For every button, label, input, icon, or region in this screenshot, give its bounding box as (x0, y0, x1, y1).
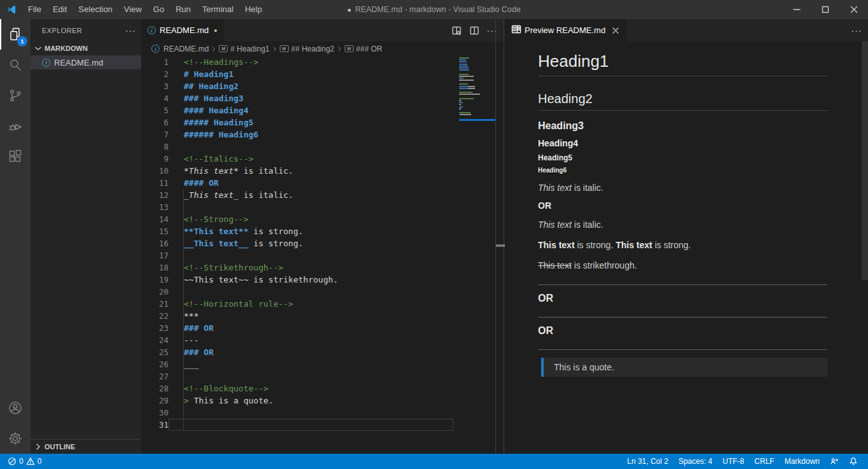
line-content: ~~This text~~ is strikethrough. (169, 274, 453, 286)
code-line-2[interactable]: 2# Heading1 (141, 68, 457, 80)
code-line-30[interactable]: 30 (141, 407, 457, 419)
problems-status[interactable]: 0 0 (5, 454, 44, 469)
breadcrumb-item[interactable]: M# Heading1 (219, 45, 269, 53)
line-content: **This text** is strong. (169, 225, 453, 237)
language-mode-status[interactable]: Markdown (780, 454, 825, 469)
search-icon[interactable] (0, 50, 31, 80)
preview-heading-or: OR (538, 325, 827, 337)
line-content: > This is a quote. (169, 395, 453, 407)
code-editor[interactable]: 1<!--Headings-->2# Heading13## Heading24… (141, 56, 457, 451)
run-debug-icon[interactable] (0, 111, 31, 141)
folder-section-markdown[interactable]: MARKDOWN (31, 41, 141, 55)
indentation-status[interactable]: Spaces: 4 (673, 454, 717, 469)
menu-file[interactable]: File (22, 4, 47, 14)
source-control-icon[interactable] (0, 80, 31, 111)
line-content (169, 286, 453, 298)
minimap-current-line (459, 119, 495, 121)
preview-heading-or: OR (538, 200, 827, 211)
code-line-13[interactable]: 13 (141, 201, 457, 213)
code-line-25[interactable]: 25### OR (141, 346, 457, 358)
line-number: 17 (141, 249, 169, 262)
code-line-18[interactable]: 18<!--Strikethrough--> (141, 262, 457, 274)
code-line-15[interactable]: 15**This text** is strong. (141, 225, 457, 237)
code-line-14[interactable]: 14<!--Strong--> (141, 213, 457, 225)
vscode-window: FileEditSelectionViewGoRunTerminalHelp ●… (0, 0, 868, 469)
code-line-17[interactable]: 17 (141, 249, 457, 262)
code-line-1[interactable]: 1<!--Headings--> (141, 56, 457, 68)
breadcrumb-item[interactable]: iREADME.md (151, 45, 209, 53)
window-title: ●README.md - markdown - Visual Studio Co… (347, 5, 520, 14)
code-line-12[interactable]: 12_This text_ is italic. (141, 189, 457, 201)
menu-view[interactable]: View (118, 4, 148, 14)
code-line-6[interactable]: 6##### Heading5 (141, 116, 457, 129)
menu-go[interactable]: Go (148, 4, 170, 14)
code-line-23[interactable]: 23### OR (141, 322, 457, 334)
preview-heading-heading3: Heading3 (538, 120, 827, 132)
code-line-7[interactable]: 7###### Heading6 (141, 129, 457, 141)
preview-horizontal-rule (538, 349, 827, 350)
menu-edit[interactable]: Edit (47, 4, 72, 14)
notifications-bell-icon[interactable] (844, 454, 863, 469)
code-line-11[interactable]: 11#### OR (141, 177, 457, 189)
code-line-21[interactable]: 21<!--Horizontal rule--> (141, 298, 457, 310)
code-line-29[interactable]: 29> This is a quote. (141, 395, 457, 407)
markdown-file-icon: i (151, 45, 160, 53)
tab-readme[interactable]: i README.md ● (141, 19, 224, 41)
line-number: 31 (141, 419, 169, 431)
settings-gear-icon[interactable] (0, 423, 31, 454)
breadcrumb-item[interactable]: M## Heading2 (280, 45, 334, 53)
file-item-readme[interactable]: iREADME.md (31, 55, 141, 69)
line-number: 21 (141, 298, 169, 310)
line-number: 7 (141, 129, 169, 141)
menu-run[interactable]: Run (170, 4, 196, 14)
account-icon[interactable] (0, 393, 31, 423)
code-line-16[interactable]: 16__This text__ is strong. (141, 237, 457, 249)
line-content (169, 141, 453, 153)
code-line-20[interactable]: 20 (141, 286, 457, 298)
restore-button[interactable] (811, 0, 839, 19)
code-line-4[interactable]: 4### Heading3 (141, 92, 457, 104)
tab-preview-readme[interactable]: Preview README.md (505, 19, 628, 41)
line-content: *This text* is italic. (169, 165, 453, 177)
code-line-27[interactable]: 27 (141, 370, 457, 382)
code-line-24[interactable]: 24--- (141, 334, 457, 346)
cursor-position-status[interactable]: Ln 31, Col 2 (622, 454, 673, 469)
breadcrumb-item[interactable]: M### OR (345, 45, 382, 53)
code-line-19[interactable]: 19~~This text~~ is strikethrough. (141, 274, 457, 286)
code-line-10[interactable]: 10*This text* is italic. (141, 165, 457, 177)
preview-scrollbar[interactable] (862, 41, 868, 280)
outline-section[interactable]: OUTLINE (31, 439, 141, 453)
explorer-icon[interactable]: 1 (0, 19, 31, 50)
close-button[interactable] (839, 0, 868, 19)
preview-more-actions-icon[interactable]: ··· (849, 23, 864, 38)
menu-terminal[interactable]: Terminal (196, 4, 239, 14)
split-editor-icon[interactable] (467, 23, 482, 38)
close-tab-icon[interactable] (610, 25, 621, 36)
unsaved-changes-icon[interactable]: ● (214, 27, 217, 34)
code-line-9[interactable]: 9<!--Italics--> (141, 153, 457, 165)
preview-paragraph: This text is italic. (538, 182, 827, 194)
line-number: 10 (141, 165, 169, 177)
code-line-22[interactable]: 22*** (141, 310, 457, 322)
code-line-28[interactable]: 28<!--Blockquote--> (141, 382, 457, 395)
overview-ruler[interactable] (495, 19, 504, 454)
encoding-status[interactable]: UTF-8 (717, 454, 749, 469)
minimap[interactable] (457, 56, 495, 451)
extensions-icon[interactable] (0, 141, 31, 172)
code-line-8[interactable]: 8 (141, 141, 457, 153)
preview-paragraph: This text is strikethrough. (538, 260, 827, 272)
code-line-26[interactable]: 26___ (141, 358, 457, 370)
minimize-button[interactable] (782, 0, 811, 19)
code-line-5[interactable]: 5#### Heading4 (141, 104, 457, 116)
line-content: <!--Strikethrough--> (169, 262, 453, 274)
code-line-3[interactable]: 3## Heading2 (141, 80, 457, 92)
menu-selection[interactable]: Selection (72, 4, 118, 14)
line-content: ### OR (169, 322, 453, 334)
menu-help[interactable]: Help (239, 4, 268, 14)
eol-status[interactable]: CRLF (749, 454, 779, 469)
feedback-icon[interactable] (825, 454, 844, 469)
explorer-more-actions-icon[interactable]: ··· (125, 25, 136, 36)
code-line-31[interactable]: 31 (141, 419, 457, 431)
open-preview-side-icon[interactable] (449, 23, 464, 38)
preview-heading-heading2: Heading2 (538, 92, 827, 111)
